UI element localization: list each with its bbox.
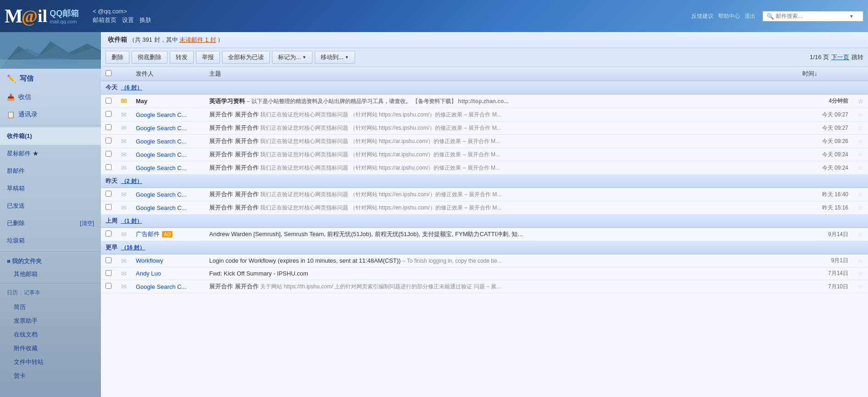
col-sender-header: 发件人 <box>131 67 205 81</box>
sidebar-file-transfer[interactable]: 文件中转站 <box>0 355 101 369</box>
email-subject[interactable]: 英语学习资料 <box>209 98 245 105</box>
sidebar-my-folders[interactable]: ■ 我的文件夹 <box>0 254 101 267</box>
header-nav: 邮箱首页 设置 换肤 <box>93 16 151 24</box>
nav-skin[interactable]: 换肤 <box>139 16 151 24</box>
email-checkbox[interactable] <box>106 111 111 117</box>
email-sender[interactable]: May <box>136 98 147 105</box>
star-icon[interactable]: ☆ <box>857 257 863 265</box>
email-checkbox[interactable] <box>106 231 111 237</box>
email-checkbox[interactable] <box>106 164 111 170</box>
sidebar-other-email[interactable]: 其他邮箱 <box>0 267 101 281</box>
sidebar-card[interactable]: 贺卡 <box>0 369 101 383</box>
star-icon[interactable]: ☆ <box>857 164 863 171</box>
email-checkbox[interactable] <box>106 124 111 130</box>
email-subject[interactable]: 展开合作 展开合作 <box>209 191 259 198</box>
email-subject[interactable]: 展开合作 展开合作 <box>209 164 259 171</box>
sidebar-notes[interactable]: 简历 <box>0 300 101 314</box>
email-sender[interactable]: 广告邮件 <box>136 231 160 237</box>
email-subject[interactable]: Andrew Warden [Semrush], Semrush Team, 前… <box>209 231 523 237</box>
email-sender[interactable]: Google Search C... <box>136 204 187 211</box>
group-count-1[interactable]: （2 封） <box>121 178 142 184</box>
email-subject[interactable]: 展开合作 展开合作 <box>209 204 259 211</box>
star-icon[interactable]: ☆ <box>857 283 863 290</box>
email-sender[interactable]: Google Search C... <box>136 165 187 171</box>
email-subject[interactable]: 展开合作 展开合作 <box>209 283 259 290</box>
star-icon[interactable]: ☆ <box>857 138 863 145</box>
group-count-2[interactable]: （1 封） <box>121 218 142 224</box>
unread-link[interactable]: 未读邮件 1 封 <box>179 36 216 43</box>
report-button[interactable]: 举报 <box>196 51 220 64</box>
star-icon[interactable]: ☆ <box>857 270 863 277</box>
star-icon[interactable]: ☆ <box>857 151 863 158</box>
logout-link[interactable]: 退出 <box>745 12 756 20</box>
forward-button[interactable]: 转发 <box>170 51 194 64</box>
delete-button[interactable]: 删除 <box>106 51 129 64</box>
email-checkbox[interactable] <box>106 151 111 157</box>
search-box[interactable]: 🔍 ▼ <box>762 11 863 22</box>
nav-home[interactable]: 邮箱首页 <box>93 16 117 24</box>
email-subject[interactable]: Fwd: Kick Off Summary - IPSHU.com <box>209 270 308 277</box>
email-checkbox[interactable] <box>106 191 111 197</box>
star-icon[interactable]: ☆ <box>857 124 863 132</box>
mark-as-button[interactable]: 标记为... ▼ <box>272 51 312 64</box>
email-subject[interactable]: 展开合作 展开合作 <box>209 151 259 158</box>
move-to-button[interactable]: 移动到... ▼ <box>315 51 355 64</box>
email-sender[interactable]: Google Search C... <box>136 191 187 198</box>
compose-icon: ✏️ <box>7 74 16 83</box>
sidebar-invoice[interactable]: 发票助手 <box>0 314 101 328</box>
sidebar-item-inbox[interactable]: 📥 收信 <box>0 88 101 106</box>
compose-button[interactable]: ✏️ 写信 <box>0 69 101 88</box>
sidebar-deleted-clear[interactable]: [清空] <box>80 220 94 227</box>
sidebar-online-doc[interactable]: 在线文档 <box>0 328 101 342</box>
email-sender[interactable]: Google Search C... <box>136 151 187 158</box>
star-icon[interactable]: ☆ <box>857 204 863 211</box>
sidebar-item-contacts[interactable]: 📋 通讯录 <box>0 106 101 123</box>
email-time: 4分钟前 <box>829 98 848 104</box>
star-icon[interactable]: ☆ <box>857 231 863 238</box>
group-count-3[interactable]: （16 封） <box>121 244 145 251</box>
email-star-cell: ☆ <box>853 188 868 201</box>
group-count-0[interactable]: （6 封） <box>121 84 142 91</box>
email-checkbox[interactable] <box>106 138 111 143</box>
email-checkbox[interactable] <box>106 257 111 263</box>
memo-link[interactable]: 记事本 <box>24 289 40 297</box>
search-dropdown-icon[interactable]: ▼ <box>849 14 854 19</box>
email-sender[interactable]: Google Search C... <box>136 125 187 132</box>
sidebar-item-deleted[interactable]: 已删除 [清空] <box>0 215 101 232</box>
email-sender[interactable]: Workflowy <box>136 257 163 264</box>
sidebar-attach-collect[interactable]: 附件收藏 <box>0 342 101 355</box>
email-sender[interactable]: Google Search C... <box>136 138 187 145</box>
sidebar-item-group[interactable]: 群邮件 <box>0 162 101 180</box>
email-sender[interactable]: Google Search C... <box>136 111 187 118</box>
email-sender[interactable]: Andy Luo <box>136 270 161 277</box>
feedback-link[interactable]: 反馈建议 <box>691 12 713 20</box>
delete-all-button[interactable]: 彻底删除 <box>132 51 167 64</box>
next-page-link[interactable]: 下一页 <box>831 53 849 61</box>
star-icon[interactable]: ☆ <box>857 98 863 105</box>
email-subject[interactable]: 展开合作 展开合作 <box>209 111 259 118</box>
email-checkbox[interactable] <box>106 270 111 276</box>
calendar-link[interactable]: 日历 <box>7 289 18 297</box>
nav-settings[interactable]: 设置 <box>122 16 134 24</box>
email-checkbox[interactable] <box>106 98 111 104</box>
email-sender[interactable]: Google Search C... <box>136 283 187 290</box>
sidebar-item-starred[interactable]: 星标邮件 ★ <box>0 145 101 162</box>
search-icon: 🔍 <box>767 13 774 20</box>
sidebar-item-sent[interactable]: 已发送 <box>0 197 101 215</box>
email-checkbox[interactable] <box>106 283 111 289</box>
star-icon[interactable]: ☆ <box>857 111 863 118</box>
email-subject[interactable]: 展开合作 展开合作 <box>209 138 259 144</box>
sidebar-item-drafts[interactable]: 草稿箱 <box>0 180 101 197</box>
mark-read-button[interactable]: 全部标为已读 <box>222 51 270 64</box>
select-all-checkbox[interactable] <box>106 70 111 76</box>
help-link[interactable]: 帮助中心 <box>718 12 740 20</box>
sidebar-divider-1 <box>0 125 101 126</box>
star-icon[interactable]: ☆ <box>857 191 863 198</box>
col-icon-header <box>116 67 131 81</box>
email-subject[interactable]: Login code for Workflowy (expires in 10 … <box>209 257 401 264</box>
sidebar-item-spam[interactable]: 垃圾箱 <box>0 232 101 249</box>
email-subject[interactable]: 展开合作 展开合作 <box>209 124 259 131</box>
sidebar-item-inbox-count[interactable]: 收件箱(1) <box>0 127 101 145</box>
search-input[interactable] <box>776 13 849 19</box>
email-checkbox[interactable] <box>106 204 111 210</box>
